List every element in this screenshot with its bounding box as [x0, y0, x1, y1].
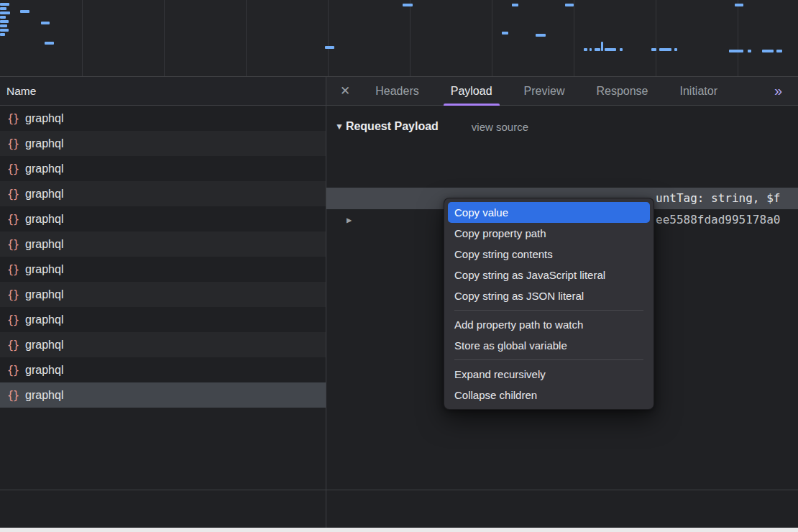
- timeline-bar: [325, 46, 334, 49]
- request-row[interactable]: {}graphql: [0, 231, 326, 257]
- context-menu-item[interactable]: Expand recursively: [448, 364, 650, 385]
- request-name: graphql: [25, 364, 63, 377]
- tab-headers[interactable]: Headers: [359, 77, 434, 106]
- timeline-bar: [403, 4, 413, 6]
- timeline-bar: [0, 12, 10, 14]
- timeline-bar: [536, 34, 546, 37]
- timeline-bar: [748, 50, 751, 52]
- timeline-bar: [0, 29, 9, 32]
- tab-response[interactable]: Response: [580, 77, 664, 106]
- context-menu-item[interactable]: Copy string as JavaScript literal: [448, 265, 650, 285]
- timeline-bar: [0, 20, 9, 23]
- tab-initiator[interactable]: Initiator: [664, 77, 733, 106]
- tree-row-root[interactable]: ▼{operationName: "ipFlowTimeseries", var…: [326, 145, 798, 166]
- devtools-window: Name {}graphql{}graphql{}graphql{}graphq…: [0, 0, 798, 532]
- request-name: graphql: [25, 313, 63, 326]
- json-braces-icon: {}: [7, 389, 19, 402]
- more-tabs-icon[interactable]: »: [774, 83, 798, 99]
- request-row[interactable]: {}graphql: [0, 357, 326, 382]
- request-row[interactable]: {}graphql: [0, 257, 326, 282]
- timeline-bar: [605, 48, 616, 51]
- request-name: graphql: [25, 213, 63, 226]
- context-menu-items: Copy valueCopy property pathCopy string …: [444, 202, 653, 405]
- timeline-gridline: [82, 0, 83, 76]
- json-braces-icon: {}: [7, 188, 19, 201]
- json-value-fragment: ee5588fdad995178a0: [656, 209, 780, 231]
- request-payload-section: ▼ Request Payload view source: [326, 117, 798, 136]
- timeline-gridline: [246, 0, 247, 76]
- timeline-bar: [45, 42, 54, 45]
- request-row[interactable]: {}graphql: [0, 131, 326, 156]
- request-row[interactable]: {}graphql: [0, 282, 326, 307]
- timeline-bar: [0, 24, 7, 27]
- timeline-bar: [590, 48, 592, 51]
- timeline-bar: [620, 48, 623, 51]
- tab-preview[interactable]: Preview: [508, 77, 581, 106]
- timeline-gridline: [656, 0, 656, 76]
- request-row[interactable]: {}graphql: [0, 332, 326, 357]
- page-background-strip: [0, 528, 798, 532]
- request-row[interactable]: {}graphql: [0, 382, 326, 408]
- request-name: graphql: [25, 389, 63, 402]
- timeline-bar: [729, 50, 743, 52]
- timeline-bar: [20, 10, 29, 13]
- context-menu-item[interactable]: Copy string contents: [448, 244, 650, 265]
- json-value-fragment: untTag: string, $f: [656, 188, 780, 209]
- json-braces-icon: {}: [7, 112, 19, 125]
- context-menu-item[interactable]: Collapse children: [448, 385, 650, 405]
- close-icon[interactable]: ✕: [336, 83, 359, 98]
- timeline-bar: [659, 48, 671, 51]
- tab-payload[interactable]: Payload: [435, 77, 508, 106]
- menu-separator: [454, 310, 643, 311]
- context-menu-item[interactable]: Copy property path: [448, 223, 650, 244]
- timeline-bar: [512, 4, 518, 6]
- request-row[interactable]: {}graphql: [0, 156, 326, 181]
- context-menu-item[interactable]: Copy value: [448, 202, 650, 223]
- timeline-bar: [776, 50, 782, 52]
- json-braces-icon: {}: [7, 263, 19, 276]
- timeline-bar: [584, 48, 587, 51]
- json-braces-icon: {}: [7, 339, 19, 352]
- request-row[interactable]: {}graphql: [0, 106, 326, 131]
- network-request-pane: Name {}graphql{}graphql{}graphql{}graphq…: [0, 77, 326, 532]
- view-source-link[interactable]: view source: [472, 121, 528, 133]
- tab-strip: ✕ HeadersPayloadPreviewResponseInitiator…: [326, 77, 798, 106]
- json-braces-icon: {}: [7, 364, 19, 377]
- timeline-bar: [502, 32, 508, 35]
- json-braces-icon: {}: [7, 162, 19, 175]
- section-title: Request Payload: [346, 120, 439, 133]
- request-row[interactable]: {}graphql: [0, 307, 326, 332]
- timeline-gridline: [492, 0, 492, 76]
- footer-divider: [0, 490, 798, 490]
- tree-row-operation-name[interactable]: operationName"ipFlowTimeseries": [326, 166, 798, 188]
- section-disclosure-icon[interactable]: ▼: [335, 121, 344, 132]
- context-menu-item[interactable]: Copy string as JSON literal: [448, 285, 650, 306]
- timeline-gridline: [164, 0, 165, 76]
- request-name: graphql: [25, 162, 63, 175]
- menu-separator: [454, 359, 643, 360]
- timeline-bar: [0, 33, 5, 36]
- timeline-bar: [565, 4, 574, 6]
- request-name: graphql: [25, 137, 63, 150]
- request-name: graphql: [25, 339, 63, 352]
- context-menu-item[interactable]: Add property path to watch: [448, 314, 650, 335]
- column-header-name[interactable]: Name: [0, 77, 326, 106]
- request-row[interactable]: {}graphql: [0, 181, 326, 206]
- request-list: {}graphql{}graphql{}graphql{}graphql{}gr…: [0, 106, 326, 408]
- context-menu: Copy valueCopy property pathCopy string …: [444, 198, 654, 410]
- collapse-icon[interactable]: ▶: [347, 209, 352, 231]
- timeline-bar: [595, 48, 600, 51]
- network-overview-timeline[interactable]: [0, 0, 798, 77]
- request-name: graphql: [25, 288, 63, 301]
- json-braces-icon: {}: [7, 288, 19, 301]
- json-braces-icon: {}: [7, 313, 19, 326]
- timeline-bar: [762, 50, 774, 52]
- timeline-bar: [0, 16, 6, 19]
- context-menu-item[interactable]: Store as global variable: [448, 335, 650, 356]
- json-braces-icon: {}: [7, 137, 19, 150]
- request-name: graphql: [25, 263, 63, 276]
- column-header-name-label: Name: [6, 85, 36, 98]
- timeline-gridline: [410, 0, 411, 76]
- request-row[interactable]: {}graphql: [0, 206, 326, 231]
- timeline-bar: [651, 48, 656, 51]
